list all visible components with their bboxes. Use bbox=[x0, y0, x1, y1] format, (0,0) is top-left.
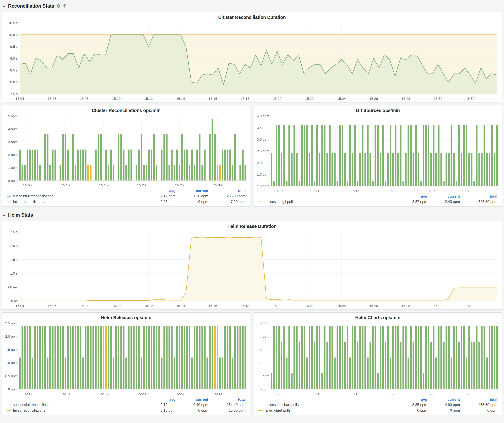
legend-series-label[interactable]: successful reconciliations bbox=[7, 403, 143, 407]
svg-text:4.0 opm: 4.0 opm bbox=[257, 114, 270, 118]
legend-header-current[interactable]: current bbox=[427, 397, 460, 402]
panel-git-sources-opm: Git Sources ops/min 1.0 opm1.5 opm2.0 op… bbox=[253, 105, 502, 206]
legend-total-value: 346.80 opm bbox=[460, 200, 497, 204]
svg-text:2 opm: 2 opm bbox=[260, 361, 269, 365]
panel-title-git-sources-opm[interactable]: Git Sources ops/min bbox=[256, 107, 500, 114]
section-title[interactable]: Helm Stats bbox=[8, 212, 33, 218]
svg-text:15:15: 15:15 bbox=[99, 392, 108, 396]
git-sources-chart-area[interactable]: 1.0 opm1.5 opm2.0 opm2.5 opm3.0 opm3.5 o… bbox=[256, 114, 500, 194]
svg-text:10.5 s: 10.5 s bbox=[8, 21, 18, 25]
row-helm-panels: Helm Releases ops/min 0 opm0.5 opm1.0 op… bbox=[2, 312, 502, 415]
helm-releases-chart-area[interactable]: 0 opm0.5 opm1.0 opm1.5 opm2.0 opm2.5 opm… bbox=[4, 321, 248, 397]
svg-text:5 opm: 5 opm bbox=[260, 321, 269, 325]
svg-text:15:30: 15:30 bbox=[434, 304, 442, 308]
svg-text:15:16: 15:16 bbox=[209, 97, 217, 101]
legend-total-value: 465.60 opm bbox=[460, 403, 497, 407]
panel-cluster-reconciliation-duration: Cluster Reconciliation Duration 7.5 s8.0… bbox=[2, 12, 502, 102]
svg-text:15:10: 15:10 bbox=[112, 304, 121, 308]
svg-text:15:04: 15:04 bbox=[15, 97, 24, 101]
legend-header-avg[interactable]: avg bbox=[143, 189, 175, 193]
legend-series-label[interactable]: successful git pulls bbox=[258, 200, 395, 204]
svg-text:2 opm: 2 opm bbox=[8, 153, 18, 157]
helm-charts-chart[interactable]: 0 opm1 opm2 opm3 opm4 opm5 opm15:0515:10… bbox=[256, 321, 500, 397]
svg-text:2.0 opm: 2.0 opm bbox=[257, 161, 270, 165]
trash-icon[interactable] bbox=[63, 4, 67, 8]
svg-text:15:32: 15:32 bbox=[466, 304, 474, 308]
svg-text:15:05: 15:05 bbox=[275, 189, 283, 193]
panel-title-helm-releases-opm[interactable]: Helm Releases ops/min bbox=[4, 314, 248, 321]
svg-text:8.5 s: 8.5 s bbox=[10, 68, 18, 72]
legend-series-label[interactable]: failed reconciliations bbox=[7, 200, 143, 204]
helm-release-duration-chart[interactable]: 0 ns500 ms1.0 s1.5 s2.0 s2.5 s15:0415:06… bbox=[4, 230, 500, 309]
panel-title-cluster-reconciliation-duration[interactable]: Cluster Reconciliation Duration bbox=[4, 14, 500, 21]
legend-header-avg[interactable]: avg bbox=[395, 397, 427, 402]
legend-total-value: 0 opm bbox=[460, 408, 497, 412]
helm-release-duration-chart-area[interactable]: 0 ns500 ms1.0 s1.5 s2.0 s2.5 s15:0415:06… bbox=[4, 230, 500, 309]
svg-text:15:30: 15:30 bbox=[465, 189, 474, 193]
legend-series-label[interactable]: successful chart pulls bbox=[258, 403, 395, 407]
cluster-reconciliations-chart[interactable]: 0 opm1 opm2 opm3 opm4 opm5 opm15:0515:10… bbox=[4, 114, 248, 188]
svg-text:15:20: 15:20 bbox=[389, 189, 397, 193]
gear-icon[interactable]: ⚙ bbox=[56, 4, 61, 8]
svg-text:15:25: 15:25 bbox=[175, 183, 184, 187]
svg-text:15:15: 15:15 bbox=[351, 392, 359, 396]
legend-header-avg[interactable]: avg bbox=[395, 194, 427, 199]
svg-text:4 opm: 4 opm bbox=[8, 127, 18, 131]
legend-series-label[interactable]: successful reconciliations bbox=[7, 194, 143, 198]
section-header-helm-stats[interactable]: Helm Stats bbox=[2, 211, 502, 219]
legend-total-value: 256.80 opm bbox=[208, 194, 246, 198]
helm-releases-chart[interactable]: 0 opm0.5 opm1.0 opm1.5 opm2.0 opm2.5 opm… bbox=[4, 321, 248, 397]
svg-text:15:10: 15:10 bbox=[313, 189, 321, 193]
panel-title-helm-charts-opm[interactable]: Helm Charts ops/min bbox=[256, 314, 500, 321]
legend-helm-charts: avg current total successful chart pulls… bbox=[256, 397, 500, 414]
legend-series-label[interactable]: failed reconciliations bbox=[7, 408, 143, 412]
svg-text:1.0 s: 1.0 s bbox=[10, 271, 18, 275]
svg-text:15:26: 15:26 bbox=[369, 304, 378, 308]
svg-text:2.5 opm: 2.5 opm bbox=[5, 321, 18, 325]
chevron-down-icon[interactable] bbox=[2, 213, 6, 217]
panel-title-helm-release-duration[interactable]: Helm Release Duration bbox=[4, 223, 500, 230]
panel-cluster-reconciliations-opm: Cluster Reconciliations ops/min 0 opm1 o… bbox=[2, 105, 251, 206]
legend-current-value: 0 opm bbox=[175, 408, 208, 412]
legend-cluster-reconciliations: avg current total successful reconciliat… bbox=[4, 188, 248, 206]
legend-current-value: 4.80 opm bbox=[427, 403, 460, 407]
svg-text:15:15: 15:15 bbox=[99, 183, 108, 187]
svg-text:15:18: 15:18 bbox=[241, 304, 249, 308]
svg-text:15:22: 15:22 bbox=[305, 97, 313, 101]
legend-header-total[interactable]: total bbox=[208, 189, 246, 193]
section-title[interactable]: Reconciliation Stats bbox=[8, 3, 54, 9]
legend-header-avg[interactable]: avg bbox=[143, 397, 175, 402]
git-sources-chart[interactable]: 1.0 opm1.5 opm2.0 opm2.5 opm3.0 opm3.5 o… bbox=[256, 114, 500, 194]
cluster-reconciliation-duration-chart[interactable]: 7.5 s8.0 s8.5 s9.0 s9.5 s10.0 s10.5 s15:… bbox=[4, 21, 500, 101]
legend-series-label[interactable]: failed chart pulls bbox=[258, 408, 395, 412]
legend-helm-releases: avg current total successful reconciliat… bbox=[4, 397, 248, 414]
svg-text:15:12: 15:12 bbox=[144, 304, 153, 308]
legend-row-successful-git-pulls: successful git pulls 2.87 opm 2.40 opm 3… bbox=[257, 199, 499, 205]
svg-text:2.0 opm: 2.0 opm bbox=[5, 335, 18, 338]
legend-header-current[interactable]: current bbox=[175, 397, 208, 402]
cluster-reconciliations-chart-area[interactable]: 0 opm1 opm2 opm3 opm4 opm5 opm15:0515:10… bbox=[4, 114, 248, 188]
legend-avg-value: 2.10 opm bbox=[143, 403, 175, 407]
chevron-down-icon[interactable] bbox=[2, 4, 6, 8]
legend-current-value: 2.40 opm bbox=[427, 200, 460, 204]
panel-helm-charts-opm: Helm Charts ops/min 0 opm1 opm2 opm3 opm… bbox=[253, 312, 502, 415]
svg-text:1.5 opm: 1.5 opm bbox=[5, 348, 18, 352]
helm-charts-chart-area[interactable]: 0 opm1 opm2 opm3 opm4 opm5 opm15:0515:10… bbox=[256, 321, 500, 397]
svg-text:15:06: 15:06 bbox=[48, 304, 56, 308]
svg-text:15:25: 15:25 bbox=[175, 392, 184, 396]
svg-text:15:28: 15:28 bbox=[402, 97, 410, 101]
legend-header-total[interactable]: total bbox=[460, 194, 497, 199]
legend-header-current[interactable]: current bbox=[175, 189, 208, 193]
legend-header-total[interactable]: total bbox=[460, 397, 497, 402]
svg-text:15:14: 15:14 bbox=[176, 304, 185, 308]
legend-header-total[interactable]: total bbox=[208, 397, 246, 402]
panel-title-cluster-reconciliations-opm[interactable]: Cluster Reconciliations ops/min bbox=[4, 107, 248, 114]
svg-text:15:05: 15:05 bbox=[23, 183, 32, 187]
svg-text:15:30: 15:30 bbox=[213, 183, 222, 187]
svg-text:9.0 s: 9.0 s bbox=[10, 57, 18, 60]
svg-text:15:08: 15:08 bbox=[80, 304, 88, 308]
legend-header-current[interactable]: current bbox=[427, 194, 460, 199]
svg-text:0 opm: 0 opm bbox=[8, 387, 18, 391]
section-header-reconciliation-stats[interactable]: Reconciliation Stats ⚙ bbox=[2, 2, 502, 10]
cluster-reconciliation-duration-chart-area[interactable]: 7.5 s8.0 s8.5 s9.0 s9.5 s10.0 s10.5 s15:… bbox=[4, 21, 500, 101]
